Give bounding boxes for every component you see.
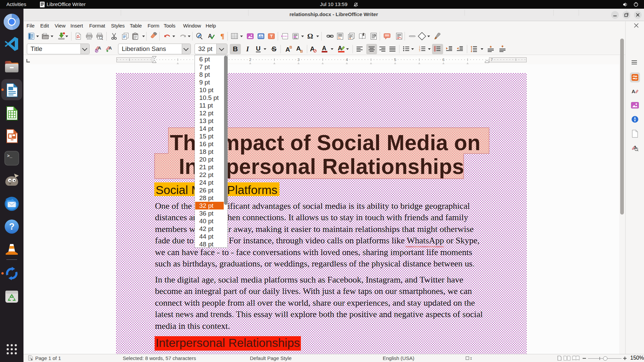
svg-text:6: 6: [442, 58, 444, 62]
svg-text:A: A: [98, 46, 101, 51]
svg-text:3: 3: [419, 49, 420, 52]
svg-text:U: U: [256, 45, 261, 52]
svg-text:1: 1: [338, 36, 339, 38]
svg-text:?: ?: [9, 222, 15, 232]
svg-text:B: B: [300, 49, 303, 53]
svg-text:7: 7: [491, 58, 493, 62]
svg-text:2: 2: [249, 58, 251, 62]
svg-text:5: 5: [394, 58, 396, 62]
svg-text:B: B: [289, 45, 292, 49]
svg-text:B: B: [233, 45, 238, 53]
svg-text:I: I: [470, 357, 472, 360]
svg-text:¶: ¶: [220, 32, 224, 40]
svg-text:A: A: [322, 45, 326, 52]
svg-text:I: I: [246, 45, 249, 53]
svg-text:A: A: [338, 45, 342, 52]
svg-text:S: S: [272, 45, 276, 53]
svg-text:A: A: [632, 88, 635, 94]
svg-text:Ω: Ω: [307, 32, 313, 40]
svg-text:A: A: [109, 46, 112, 51]
svg-text:4: 4: [346, 58, 348, 62]
svg-text:>_: >_: [7, 154, 12, 159]
svg-text:3: 3: [298, 58, 300, 62]
